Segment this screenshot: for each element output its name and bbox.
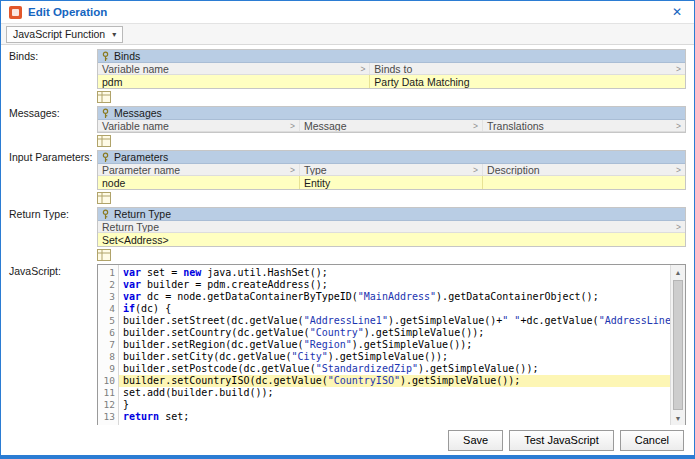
- column-header-label: Translations: [487, 120, 544, 131]
- edit-operation-icon: [9, 6, 22, 19]
- code-area[interactable]: var set = new java.util.HashSet();var bu…: [119, 265, 670, 425]
- code-line: builder.setRegion(dc.getValue("Region").…: [119, 339, 670, 351]
- key-icon: [101, 152, 110, 163]
- binds-label: Binds:: [9, 49, 97, 104]
- column-header-label: Variable name: [102, 63, 169, 74]
- line-number: 6: [98, 327, 115, 339]
- column-header-label: Description: [487, 164, 540, 175]
- footer-button-bar: SaveTest JavaScriptCancel: [1, 425, 694, 455]
- line-number: 5: [98, 315, 115, 327]
- javascript-label: JavaScript:: [9, 264, 97, 425]
- line-number: 1: [98, 267, 115, 279]
- return-type-label: Return Type:: [9, 207, 97, 262]
- chevron-right-icon: >: [360, 64, 365, 74]
- add-parameter-row-button[interactable]: [97, 191, 686, 205]
- close-icon[interactable]: ✕: [668, 5, 686, 19]
- add-row-icon: [97, 249, 111, 261]
- code-line: }: [119, 399, 670, 411]
- binds-table-header: Binds: [98, 50, 685, 63]
- messages-table-title: Messages: [114, 107, 162, 119]
- add-message-row-button[interactable]: [97, 134, 686, 148]
- binds-table-title: Binds: [114, 50, 140, 62]
- code-line: builder.setCountry(dc.getValue("Country"…: [119, 327, 670, 339]
- edit-return-type-button[interactable]: [97, 248, 686, 262]
- save-button[interactable]: Save: [448, 430, 503, 451]
- code-line: var builder = pdm.createAddress();: [119, 279, 670, 291]
- chevron-right-icon: >: [676, 64, 681, 74]
- code-line: if(dc) {: [119, 303, 670, 315]
- title-bar: Edit Operation ✕: [1, 1, 694, 23]
- scrollbar-thumb[interactable]: [673, 280, 683, 410]
- table-cell[interactable]: [483, 176, 685, 189]
- line-number: 2: [98, 279, 115, 291]
- table-cell[interactable]: Set<Address>: [98, 233, 685, 246]
- table-cell[interactable]: Entity: [300, 176, 483, 189]
- parameters-table-header: Parameters: [98, 151, 685, 164]
- scroll-down-icon[interactable]: ▼: [671, 411, 685, 425]
- messages-section: Messages: Messages Variable name>Message…: [9, 106, 686, 148]
- column-header-label: Binds to: [374, 63, 412, 74]
- code-line: set.add(builder.build());: [119, 387, 670, 399]
- vertical-scrollbar[interactable]: ▲ ▼: [670, 265, 685, 425]
- column-header-translations[interactable]: Translations>: [483, 120, 685, 131]
- column-header-description[interactable]: Description>: [483, 164, 685, 175]
- column-header-variable-name[interactable]: Variable name>: [98, 63, 370, 74]
- chevron-right-icon: >: [290, 165, 295, 175]
- column-header-label: Return Type: [102, 221, 159, 232]
- return-type-table-title: Return Type: [114, 208, 171, 220]
- column-header-variable-name[interactable]: Variable name>: [98, 120, 300, 131]
- code-line: builder.setCity(dc.getValue("City").getS…: [119, 351, 670, 363]
- test-javascript-button[interactable]: Test JavaScript: [509, 430, 614, 451]
- chevron-right-icon: >: [676, 121, 681, 131]
- messages-label: Messages:: [9, 106, 97, 148]
- column-header-message[interactable]: Message>: [300, 120, 483, 131]
- chevron-down-icon: ▾: [112, 30, 116, 39]
- add-row-icon: [97, 135, 111, 147]
- column-header-label: Type: [304, 164, 327, 175]
- key-icon: [101, 108, 110, 119]
- dialog-content: Binds: Binds Variable name>Binds to> pdm…: [1, 45, 694, 425]
- code-line: return set;: [119, 411, 670, 423]
- line-number: 3: [98, 291, 115, 303]
- line-number: 10: [98, 375, 115, 387]
- messages-table: Messages Variable name>Message>Translati…: [97, 106, 686, 133]
- return-type-table-header: Return Type: [98, 208, 685, 221]
- table-row: Set<Address>: [98, 233, 685, 246]
- cancel-button[interactable]: Cancel: [620, 430, 684, 451]
- column-header-return-type[interactable]: Return Type>: [98, 221, 685, 232]
- chevron-right-icon: >: [290, 121, 295, 131]
- parameters-section: Input Parameters: Parameters Parameter n…: [9, 150, 686, 205]
- column-header-type[interactable]: Type>: [300, 164, 483, 175]
- chevron-right-icon: >: [473, 121, 478, 131]
- return-type-section: Return Type: Return Type Return Type> Se…: [9, 207, 686, 262]
- return-type-table: Return Type Return Type> Set<Address>: [97, 207, 686, 247]
- column-header-label: Message: [304, 120, 347, 131]
- parameters-table: Parameters Parameter name>Type>Descripti…: [97, 150, 686, 190]
- column-header-binds-to[interactable]: Binds to>: [370, 63, 685, 74]
- function-type-dropdown[interactable]: JavaScript Function ▾: [6, 26, 123, 43]
- parameters-label: Input Parameters:: [9, 150, 97, 205]
- binds-table: Binds Variable name>Binds to> pdmParty D…: [97, 49, 686, 89]
- key-icon: [101, 209, 110, 220]
- chevron-right-icon: >: [473, 165, 478, 175]
- line-number: 8: [98, 351, 115, 363]
- scrollbar-track[interactable]: [671, 279, 685, 411]
- code-line: builder.setCountryISO(dc.getValue("Count…: [119, 375, 670, 387]
- parameters-table-title: Parameters: [114, 151, 168, 163]
- table-cell[interactable]: pdm: [98, 75, 370, 88]
- code-editor[interactable]: 12345678910111213 var set = new java.uti…: [97, 264, 686, 425]
- add-bind-row-button[interactable]: [97, 90, 686, 104]
- table-row: nodeEntity: [98, 176, 685, 189]
- chevron-right-icon: >: [676, 222, 681, 232]
- line-number: 9: [98, 363, 115, 375]
- table-cell[interactable]: Party Data Matching: [370, 75, 685, 88]
- function-type-label: JavaScript Function: [13, 28, 105, 40]
- column-header-label: Parameter name: [102, 164, 180, 175]
- scroll-up-icon[interactable]: ▲: [671, 265, 685, 279]
- table-cell[interactable]: node: [98, 176, 300, 189]
- column-header-parameter-name[interactable]: Parameter name>: [98, 164, 300, 175]
- code-line: var dc = node.getDataContainerByTypeID("…: [119, 291, 670, 303]
- code-line: builder.setPostcode(dc.getValue("Standar…: [119, 363, 670, 375]
- javascript-section: JavaScript: 12345678910111213 var set = …: [9, 264, 686, 425]
- chevron-right-icon: >: [676, 165, 681, 175]
